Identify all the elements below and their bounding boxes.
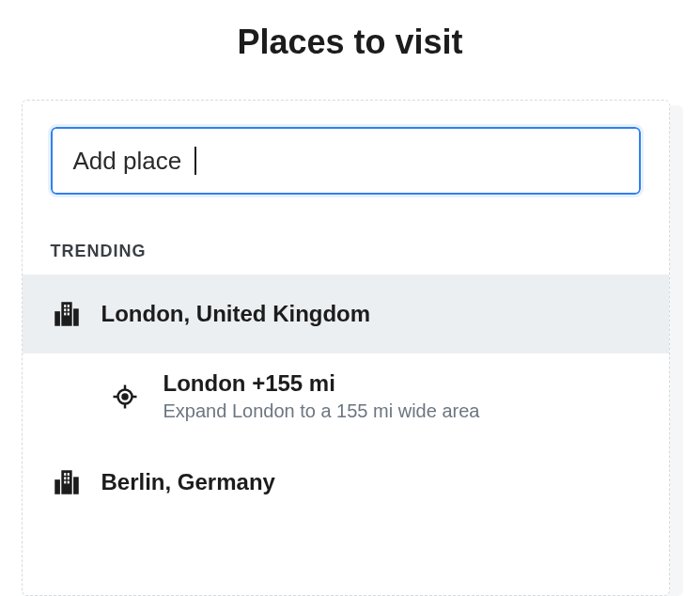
svg-rect-2 bbox=[73, 308, 79, 325]
expand-title: London +155 mi bbox=[163, 370, 480, 397]
add-place-input[interactable]: Add place bbox=[51, 127, 641, 195]
svg-rect-7 bbox=[64, 313, 66, 316]
svg-rect-15 bbox=[61, 470, 71, 494]
expand-area-row[interactable]: London +155 mi Expand London to a 155 mi… bbox=[23, 353, 669, 443]
svg-rect-8 bbox=[67, 313, 69, 316]
svg-rect-19 bbox=[67, 473, 69, 476]
places-panel: Add place TRENDING bbox=[22, 100, 670, 596]
expand-subtitle: Expand London to a 155 mi wide area bbox=[163, 400, 480, 422]
suggestion-row-berlin[interactable]: Berlin, Germany bbox=[23, 443, 669, 522]
svg-rect-22 bbox=[64, 481, 66, 484]
svg-point-10 bbox=[122, 394, 127, 399]
svg-rect-0 bbox=[61, 302, 71, 326]
suggestion-label: London, United Kingdom bbox=[101, 301, 641, 327]
svg-rect-3 bbox=[64, 305, 66, 307]
svg-rect-5 bbox=[64, 308, 66, 311]
svg-rect-6 bbox=[67, 308, 69, 311]
svg-rect-17 bbox=[73, 477, 79, 494]
svg-rect-1 bbox=[54, 311, 60, 326]
svg-rect-23 bbox=[67, 481, 69, 484]
suggestion-list: London, United Kingdom bbox=[23, 274, 669, 522]
page-title: Places to visit bbox=[237, 23, 462, 62]
svg-rect-18 bbox=[64, 473, 66, 476]
svg-rect-4 bbox=[67, 305, 69, 307]
svg-rect-16 bbox=[54, 479, 60, 494]
svg-rect-20 bbox=[64, 477, 66, 479]
svg-rect-21 bbox=[67, 477, 69, 479]
suggestion-label: Berlin, Germany bbox=[101, 469, 641, 495]
target-icon bbox=[111, 383, 139, 411]
text-cursor bbox=[194, 147, 196, 175]
trending-label: TRENDING bbox=[51, 242, 669, 261]
suggestion-row-london[interactable]: London, United Kingdom bbox=[23, 274, 669, 353]
city-icon bbox=[51, 298, 83, 330]
city-icon bbox=[51, 466, 83, 498]
input-placeholder: Add place bbox=[73, 147, 182, 176]
